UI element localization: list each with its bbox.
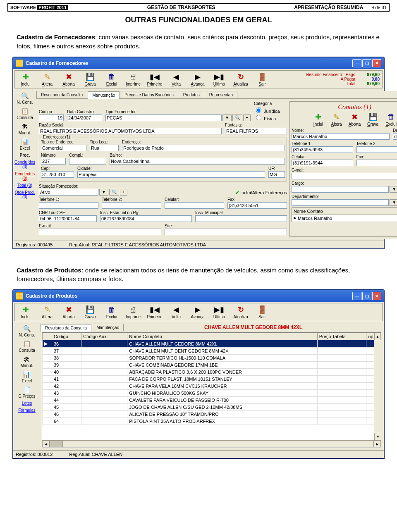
altera-button[interactable]: ✎Altera: [38, 305, 56, 319]
dropdown-icon[interactable]: ▼: [390, 186, 397, 193]
sair-button[interactable]: 🚪Sair: [254, 305, 271, 319]
left-excel[interactable]: 📊Excel: [20, 138, 30, 150]
vertical-scrollbar[interactable]: ▲ ▼: [374, 333, 381, 440]
tab-1[interactable]: Manutenção: [92, 324, 124, 331]
left-lotes[interactable]: Lotes: [22, 401, 32, 406]
ie-input[interactable]: [100, 215, 192, 222]
contato-tel1-input[interactable]: [292, 146, 353, 153]
left-ncons[interactable]: 🔍N. Cons.: [17, 92, 33, 105]
compl-input[interactable]: [69, 158, 106, 165]
contato-tel2-input[interactable]: [356, 146, 397, 153]
dropdown-icon[interactable]: ▼: [99, 189, 108, 196]
table-row[interactable]: 45JOGO DE CHAVE ALLEN C/SU GED 2-10MM 42…: [43, 404, 381, 411]
email-input[interactable]: [39, 229, 161, 235]
table-row[interactable]: 43GUINCHO HIDRÁULICO 500KG SKAY: [43, 390, 381, 397]
search-icon[interactable]: 🔍: [232, 115, 242, 121]
titlebar[interactable]: Cadastro de Fornecedores — ▢ ✕: [13, 57, 384, 69]
grid-header[interactable]: Preço Tabela: [317, 333, 366, 340]
grava-button[interactable]: 💾Grava: [81, 305, 99, 319]
c-exclui-button[interactable]: 🗑Exclui: [383, 112, 397, 126]
tab-2[interactable]: Preços e Dados Bancários: [120, 91, 178, 98]
c-inclui-button[interactable]: ✚Inclui: [311, 112, 326, 126]
left-manut[interactable]: 🛠Manut.: [19, 122, 31, 135]
tipo-endereco-input[interactable]: [41, 145, 86, 151]
imprime-button[interactable]: 🖨Imprime: [124, 72, 142, 86]
grava-button[interactable]: 💾Grava: [81, 72, 99, 86]
left-concl[interactable]: Concluídos (0): [14, 160, 35, 169]
tab-3[interactable]: Produtos: [179, 91, 204, 98]
close-button[interactable]: ✕: [372, 292, 381, 300]
tipo-fornecedor-input[interactable]: [105, 115, 222, 121]
titlebar[interactable]: Cadastro de Produtos — ▢ ✕: [13, 290, 384, 302]
c-altera-button[interactable]: ✎Altera: [329, 112, 344, 126]
c-grava-button[interactable]: 💾Grava: [365, 112, 381, 126]
primeiro-button[interactable]: ▮◀Primeiro: [146, 72, 163, 86]
left-pend[interactable]: Pendentes (0): [14, 172, 35, 181]
contato-celular-input[interactable]: [292, 160, 353, 166]
left-ncons[interactable]: 🔍N. Cons.: [19, 324, 35, 337]
atualiza-button[interactable]: ↻Atualiza: [232, 305, 249, 319]
scroll-down-icon[interactable]: ▼: [374, 433, 381, 440]
scroll-left-icon[interactable]: ◀: [42, 441, 50, 447]
minimize-button[interactable]: —: [352, 292, 361, 300]
cnpj-input[interactable]: [39, 215, 97, 222]
telefone2-input[interactable]: [102, 202, 161, 209]
left-consulta[interactable]: 📋Consulta: [17, 107, 33, 120]
grid-header[interactable]: Código Aux.: [81, 333, 127, 340]
aborta-button[interactable]: ✖Aborta: [60, 305, 77, 319]
avanca-button[interactable]: ▶Avança: [189, 305, 206, 319]
contato-email-input[interactable]: [292, 173, 397, 179]
situacao-input[interactable]: [39, 189, 98, 196]
volta-button[interactable]: ◀Volta: [167, 72, 185, 86]
sair-button[interactable]: 🚪Sair: [254, 72, 271, 86]
scroll-thumb[interactable]: [50, 441, 63, 447]
volta-button[interactable]: ◀Volta: [167, 305, 185, 319]
tab-0[interactable]: Resultado da Consulta: [41, 324, 91, 332]
grid-header[interactable]: Código: [52, 333, 81, 340]
codigo-input[interactable]: [39, 115, 64, 121]
minimize-button[interactable]: —: [352, 59, 361, 67]
maximize-button[interactable]: ▢: [362, 292, 371, 300]
horizontal-scrollbar[interactable]: ◀ ▶: [42, 440, 381, 447]
scroll-right-icon[interactable]: ▶: [373, 441, 381, 447]
tab-0[interactable]: Resultado da Consulta: [36, 91, 87, 98]
scroll-up-icon[interactable]: ▲: [374, 333, 381, 340]
fax-input[interactable]: [227, 202, 287, 209]
tipo-log-input[interactable]: [90, 145, 119, 151]
left-qtde[interactable]: Qtde Prod. (0): [14, 190, 35, 199]
dropdown-icon[interactable]: ▼: [390, 199, 397, 206]
table-row[interactable]: ▶36CHAVE ALLEN MULT GEDORE 8MM 42XL: [43, 340, 381, 348]
site-input[interactable]: [165, 229, 287, 235]
table-row[interactable]: 42CHAVE PARA VELA 16MM CVC16 KRAUCHER: [43, 383, 381, 390]
left-formulas[interactable]: Fórmulas: [18, 408, 36, 413]
contato-data-nasc-input[interactable]: [393, 133, 397, 140]
close-button[interactable]: ✕: [372, 59, 381, 67]
ultimo-button[interactable]: ▶▮Ultimo: [210, 305, 228, 319]
endereco-input[interactable]: [122, 145, 285, 151]
contato-cargo-input[interactable]: [292, 186, 389, 193]
exclui-button[interactable]: 🗑Exclui: [103, 72, 120, 86]
data-cadastro-input[interactable]: [67, 115, 102, 121]
grid-header[interactable]: [43, 333, 52, 340]
atualiza-button[interactable]: ↻Atualiza: [232, 72, 249, 86]
bairro-input[interactable]: [110, 158, 285, 165]
radio-juridica[interactable]: Jurídica: [254, 109, 280, 114]
left-proc[interactable]: Proc.: [20, 153, 30, 157]
tab-1[interactable]: Manutenção: [88, 91, 120, 99]
fantasia-input[interactable]: [225, 128, 287, 134]
numero-input[interactable]: [41, 158, 66, 165]
left-consulta[interactable]: 📋Consulta: [19, 340, 35, 353]
imprime-button[interactable]: 🖨Imprime: [124, 305, 142, 319]
aborta-button[interactable]: ✖Aborta: [60, 72, 77, 86]
table-row[interactable]: 37CHAVE ALLEN MULTIDENT GEDORE 8MM 42X: [43, 348, 381, 355]
cep-input[interactable]: [41, 171, 74, 178]
table-row[interactable]: 41FACA DE CORPO PLAST. 18MM 10151 STANLE…: [43, 376, 381, 383]
tab-4[interactable]: Representan: [205, 91, 237, 98]
primeiro-button[interactable]: ▮◀Primeiro: [146, 305, 163, 319]
ultimo-button[interactable]: ▶▮Ultimo: [210, 72, 228, 86]
c-aborta-button[interactable]: ✖Aborta: [347, 112, 363, 126]
contato-departamento-input[interactable]: [292, 199, 389, 206]
exclui-button[interactable]: 🗑Exclui: [103, 305, 120, 319]
maximize-button[interactable]: ▢: [362, 59, 371, 67]
left-excel[interactable]: 📊Excel: [22, 370, 32, 383]
